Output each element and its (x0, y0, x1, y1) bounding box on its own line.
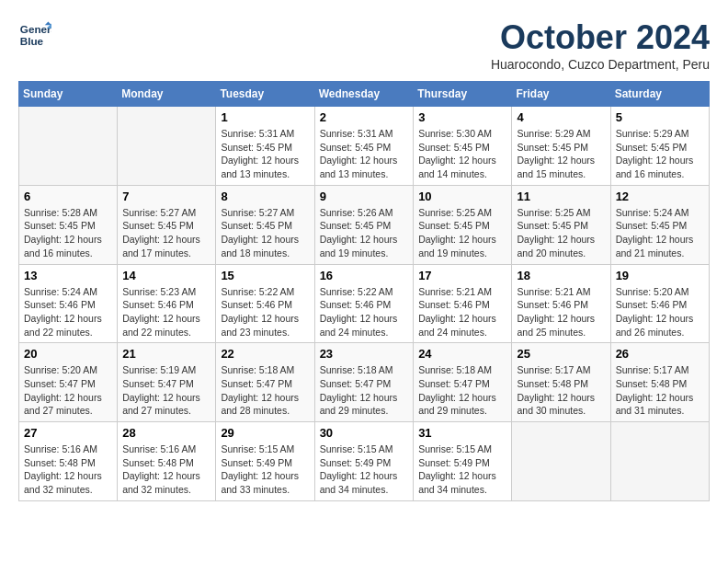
day-number: 29 (221, 426, 309, 440)
day-info: Sunrise: 5:31 AMSunset: 5:45 PMDaylight:… (221, 127, 309, 181)
day-number: 7 (122, 190, 210, 203)
day-number: 12 (616, 190, 704, 203)
day-info: Sunrise: 5:18 AMSunset: 5:47 PMDaylight:… (221, 363, 309, 418)
day-info: Sunrise: 5:22 AMSunset: 5:46 PMDaylight:… (221, 285, 309, 339)
day-number: 28 (122, 426, 210, 440)
day-info: Sunrise: 5:22 AMSunset: 5:46 PMDaylight:… (320, 285, 409, 339)
day-number: 15 (221, 269, 309, 282)
day-info: Sunrise: 5:25 AMSunset: 5:45 PMDaylight:… (517, 206, 605, 260)
day-info: Sunrise: 5:21 AMSunset: 5:46 PMDaylight:… (517, 285, 605, 339)
calendar-cell: 6Sunrise: 5:28 AMSunset: 5:45 PMDaylight… (19, 185, 118, 264)
day-info: Sunrise: 5:30 AMSunset: 5:45 PMDaylight:… (418, 127, 506, 181)
calendar-table: SundayMondayTuesdayWednesdayThursdayFrid… (18, 81, 710, 501)
day-info: Sunrise: 5:29 AMSunset: 5:45 PMDaylight:… (517, 127, 605, 181)
day-number: 8 (221, 190, 309, 203)
day-info: Sunrise: 5:16 AMSunset: 5:48 PMDaylight:… (24, 442, 112, 497)
calendar-cell: 18Sunrise: 5:21 AMSunset: 5:46 PMDayligh… (512, 264, 610, 343)
day-number: 26 (616, 347, 704, 361)
col-header-friday: Friday (512, 82, 610, 107)
col-header-tuesday: Tuesday (216, 82, 314, 107)
title-block: October 2024 Huarocondo, Cuzco Departmen… (491, 18, 710, 72)
day-number: 3 (418, 110, 506, 124)
day-number: 30 (320, 426, 409, 440)
calendar-cell: 27Sunrise: 5:16 AMSunset: 5:48 PMDayligh… (19, 422, 118, 501)
calendar-cell: 12Sunrise: 5:24 AMSunset: 5:45 PMDayligh… (610, 185, 709, 264)
month-title: October 2024 (491, 18, 710, 57)
day-info: Sunrise: 5:27 AMSunset: 5:45 PMDaylight:… (221, 206, 309, 260)
calendar-cell: 7Sunrise: 5:27 AMSunset: 5:45 PMDaylight… (118, 185, 216, 264)
calendar-cell: 8Sunrise: 5:27 AMSunset: 5:45 PMDaylight… (216, 185, 314, 264)
day-number: 21 (122, 347, 210, 361)
calendar-header: SundayMondayTuesdayWednesdayThursdayFrid… (19, 82, 710, 107)
col-header-monday: Monday (118, 82, 216, 107)
page-header: General Blue October 2024 Huarocondo, Cu… (18, 18, 710, 72)
day-info: Sunrise: 5:20 AMSunset: 5:46 PMDaylight:… (616, 285, 704, 339)
day-info: Sunrise: 5:19 AMSunset: 5:47 PMDaylight:… (122, 363, 210, 418)
day-info: Sunrise: 5:26 AMSunset: 5:45 PMDaylight:… (320, 206, 409, 260)
day-number: 9 (320, 190, 409, 203)
calendar-cell: 4Sunrise: 5:29 AMSunset: 5:45 PMDaylight… (512, 107, 610, 186)
day-number: 22 (221, 347, 309, 361)
calendar-cell: 30Sunrise: 5:15 AMSunset: 5:49 PMDayligh… (314, 422, 414, 501)
calendar-week-1: 1Sunrise: 5:31 AMSunset: 5:45 PMDaylight… (19, 107, 710, 186)
svg-text:Blue: Blue (20, 35, 44, 47)
day-number: 6 (24, 190, 112, 203)
calendar-cell: 5Sunrise: 5:29 AMSunset: 5:45 PMDaylight… (610, 107, 709, 186)
day-number: 20 (24, 347, 112, 361)
calendar-cell: 14Sunrise: 5:23 AMSunset: 5:46 PMDayligh… (118, 264, 216, 343)
day-number: 11 (517, 190, 605, 203)
day-info: Sunrise: 5:18 AMSunset: 5:47 PMDaylight:… (320, 363, 409, 418)
day-info: Sunrise: 5:18 AMSunset: 5:47 PMDaylight:… (418, 363, 506, 418)
day-number: 17 (418, 269, 506, 282)
day-number: 16 (320, 269, 409, 282)
location-title: Huarocondo, Cuzco Department, Peru (491, 57, 710, 72)
day-number: 14 (122, 269, 210, 282)
calendar-cell (19, 107, 118, 186)
day-info: Sunrise: 5:16 AMSunset: 5:48 PMDaylight:… (122, 442, 210, 497)
calendar-cell: 21Sunrise: 5:19 AMSunset: 5:47 PMDayligh… (118, 343, 216, 422)
day-info: Sunrise: 5:15 AMSunset: 5:49 PMDaylight:… (320, 442, 409, 497)
col-header-saturday: Saturday (610, 82, 709, 107)
calendar-cell: 22Sunrise: 5:18 AMSunset: 5:47 PMDayligh… (216, 343, 314, 422)
day-info: Sunrise: 5:15 AMSunset: 5:49 PMDaylight:… (221, 442, 309, 497)
calendar-cell: 23Sunrise: 5:18 AMSunset: 5:47 PMDayligh… (314, 343, 414, 422)
calendar-cell: 2Sunrise: 5:31 AMSunset: 5:45 PMDaylight… (314, 107, 414, 186)
calendar-cell: 24Sunrise: 5:18 AMSunset: 5:47 PMDayligh… (414, 343, 512, 422)
day-info: Sunrise: 5:24 AMSunset: 5:46 PMDaylight:… (24, 285, 112, 339)
calendar-cell: 11Sunrise: 5:25 AMSunset: 5:45 PMDayligh… (512, 185, 610, 264)
day-number: 19 (616, 269, 704, 282)
day-number: 13 (24, 269, 112, 282)
calendar-cell: 29Sunrise: 5:15 AMSunset: 5:49 PMDayligh… (216, 422, 314, 501)
day-info: Sunrise: 5:29 AMSunset: 5:45 PMDaylight:… (616, 127, 704, 181)
calendar-cell: 3Sunrise: 5:30 AMSunset: 5:45 PMDaylight… (414, 107, 512, 186)
calendar-cell: 31Sunrise: 5:15 AMSunset: 5:49 PMDayligh… (414, 422, 512, 501)
logo-icon: General Blue (18, 18, 51, 52)
calendar-cell: 10Sunrise: 5:25 AMSunset: 5:45 PMDayligh… (414, 185, 512, 264)
day-info: Sunrise: 5:31 AMSunset: 5:45 PMDaylight:… (320, 127, 409, 181)
day-number: 23 (320, 347, 409, 361)
calendar-week-3: 13Sunrise: 5:24 AMSunset: 5:46 PMDayligh… (19, 264, 710, 343)
calendar-cell: 16Sunrise: 5:22 AMSunset: 5:46 PMDayligh… (314, 264, 414, 343)
day-number: 5 (616, 110, 704, 124)
calendar-cell: 15Sunrise: 5:22 AMSunset: 5:46 PMDayligh… (216, 264, 314, 343)
day-number: 2 (320, 110, 409, 124)
calendar-cell: 1Sunrise: 5:31 AMSunset: 5:45 PMDaylight… (216, 107, 314, 186)
day-number: 4 (517, 110, 605, 124)
col-header-wednesday: Wednesday (314, 82, 414, 107)
calendar-cell: 26Sunrise: 5:17 AMSunset: 5:48 PMDayligh… (610, 343, 709, 422)
calendar-cell: 19Sunrise: 5:20 AMSunset: 5:46 PMDayligh… (610, 264, 709, 343)
calendar-week-5: 27Sunrise: 5:16 AMSunset: 5:48 PMDayligh… (19, 422, 710, 501)
day-number: 27 (24, 426, 112, 440)
day-info: Sunrise: 5:25 AMSunset: 5:45 PMDaylight:… (418, 206, 506, 260)
day-info: Sunrise: 5:27 AMSunset: 5:45 PMDaylight:… (122, 206, 210, 260)
calendar-cell: 25Sunrise: 5:17 AMSunset: 5:48 PMDayligh… (512, 343, 610, 422)
calendar-cell: 20Sunrise: 5:20 AMSunset: 5:47 PMDayligh… (19, 343, 118, 422)
day-info: Sunrise: 5:15 AMSunset: 5:49 PMDaylight:… (418, 442, 506, 497)
calendar-week-2: 6Sunrise: 5:28 AMSunset: 5:45 PMDaylight… (19, 185, 710, 264)
col-header-thursday: Thursday (414, 82, 512, 107)
logo: General Blue (18, 18, 51, 52)
day-info: Sunrise: 5:20 AMSunset: 5:47 PMDaylight:… (24, 363, 112, 418)
calendar-cell: 17Sunrise: 5:21 AMSunset: 5:46 PMDayligh… (414, 264, 512, 343)
day-number: 10 (418, 190, 506, 203)
day-number: 24 (418, 347, 506, 361)
